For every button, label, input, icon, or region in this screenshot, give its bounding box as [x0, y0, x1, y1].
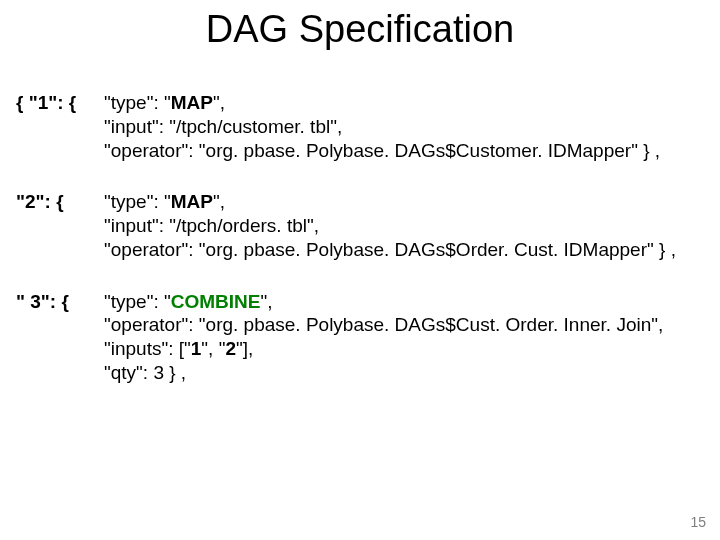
node-2-block: "2": { "type": "MAP", "input": "/tpch/or… — [16, 190, 704, 261]
spec-content: { "1": { "type": "MAP", "input": "/tpch/… — [0, 91, 720, 385]
node-1-line1: "type": "MAP", — [104, 91, 704, 115]
page-title: DAG Specification — [0, 8, 720, 51]
node-3-line2: "operator": "org. pbase. Polybase. DAGs$… — [104, 313, 704, 337]
node-3-key: " 3": { — [16, 290, 104, 314]
page-number: 15 — [690, 514, 706, 530]
node-3-line4: "qty": 3 } , — [104, 361, 704, 385]
node-2-line2: "input": "/tpch/orders. tbl", — [104, 214, 704, 238]
node-1-key: { "1": { — [16, 91, 104, 115]
node-2-key: "2": { — [16, 190, 104, 214]
node-3-line3: "inputs": ["1", "2"], — [104, 337, 704, 361]
node-1-line3: "operator": "org. pbase. Polybase. DAGs$… — [104, 139, 704, 163]
node-2-line1: "type": "MAP", — [104, 190, 704, 214]
node-1-line2: "input": "/tpch/customer. tbl", — [104, 115, 704, 139]
node-3-line1: "type": "COMBINE", — [104, 290, 704, 314]
node-2-line3: "operator": "org. pbase. Polybase. DAGs$… — [104, 238, 704, 262]
node-3-block: " 3": { "type": "COMBINE", "operator": "… — [16, 290, 704, 385]
node-1-block: { "1": { "type": "MAP", "input": "/tpch/… — [16, 91, 704, 162]
